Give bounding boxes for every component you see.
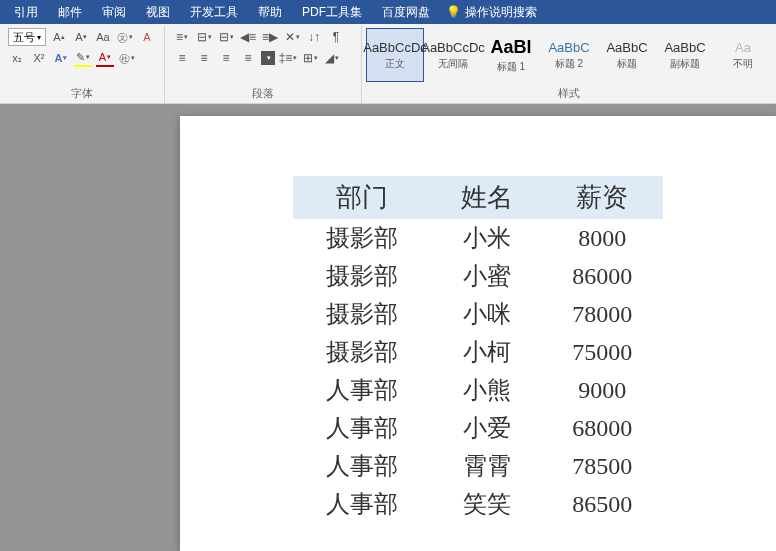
table-cell[interactable]: 68000 <box>542 409 663 447</box>
table-header-cell[interactable]: 薪资 <box>542 176 663 219</box>
style-preview: AaBbCcDc <box>363 40 427 55</box>
align-center-icon[interactable]: ≡ <box>195 49 213 67</box>
table-cell[interactable]: 摄影部 <box>293 333 432 371</box>
table-header-cell[interactable]: 姓名 <box>432 176 542 219</box>
table-cell[interactable]: 摄影部 <box>293 295 432 333</box>
table-cell[interactable]: 86500 <box>542 485 663 523</box>
subscript-icon[interactable]: X² <box>30 49 48 67</box>
shrink-font-icon[interactable]: A▾ <box>72 28 90 46</box>
style-preview: AaBbCcDc <box>421 40 485 55</box>
fill-icon[interactable]: ◢ <box>323 49 341 67</box>
asian-layout-icon[interactable]: ✕ <box>283 28 301 46</box>
table-cell[interactable]: 人事部 <box>293 409 432 447</box>
phonetic-guide-icon[interactable]: ㉆ <box>116 28 134 46</box>
grow-font-icon[interactable]: A▴ <box>50 28 68 46</box>
styles-gallery: AaBbCcDc正文AaBbCcDc无间隔AaBl标题 1AaBbC标题 2Aa… <box>366 28 772 82</box>
table-row[interactable]: 人事部小爱68000 <box>293 409 663 447</box>
shading-icon[interactable] <box>261 51 275 65</box>
style-name-label: 正文 <box>385 57 405 71</box>
table-row[interactable]: 人事部霄霄78500 <box>293 447 663 485</box>
table-cell[interactable]: 78000 <box>542 295 663 333</box>
styles-group-label: 样式 <box>366 84 772 101</box>
style-preview: Aa <box>735 40 751 55</box>
table-cell[interactable]: 小熊 <box>432 371 542 409</box>
style-item-6[interactable]: Aa不明 <box>714 28 772 82</box>
sort-icon[interactable]: ↓↑ <box>305 28 323 46</box>
menu-item-3[interactable]: 视图 <box>136 0 180 25</box>
style-name-label: 不明 <box>733 57 753 71</box>
menu-bar: 引用邮件审阅视图开发工具帮助PDF工具集百度网盘 💡 操作说明搜索 <box>0 0 776 24</box>
table-cell[interactable]: 小爱 <box>432 409 542 447</box>
table-row[interactable]: 人事部小熊9000 <box>293 371 663 409</box>
style-item-1[interactable]: AaBbCcDc无间隔 <box>424 28 482 82</box>
table-cell[interactable]: 笑笑 <box>432 485 542 523</box>
style-item-4[interactable]: AaBbC标题 <box>598 28 656 82</box>
style-name-label: 副标题 <box>670 57 700 71</box>
menu-item-5[interactable]: 帮助 <box>248 0 292 25</box>
highlight-icon[interactable]: ✎ <box>74 49 92 67</box>
table-row[interactable]: 摄影部小蜜86000 <box>293 257 663 295</box>
change-case-icon[interactable]: Aa <box>94 28 112 46</box>
align-left-icon[interactable]: ≡ <box>173 49 191 67</box>
table-row[interactable]: 人事部笑笑86500 <box>293 485 663 523</box>
font-group-label: 字体 <box>8 84 156 101</box>
multilevel-icon[interactable]: ⊟ <box>217 28 235 46</box>
decrease-indent-icon[interactable]: ◀≡ <box>239 28 257 46</box>
style-item-2[interactable]: AaBl标题 1 <box>482 28 540 82</box>
table-cell[interactable]: 小蜜 <box>432 257 542 295</box>
clear-format-icon[interactable]: A <box>138 28 156 46</box>
style-item-0[interactable]: AaBbCcDc正文 <box>366 28 424 82</box>
style-preview: AaBbC <box>606 40 647 55</box>
table-cell[interactable]: 摄影部 <box>293 219 432 257</box>
table-cell[interactable]: 霄霄 <box>432 447 542 485</box>
table-cell[interactable]: 75000 <box>542 333 663 371</box>
table-row[interactable]: 摄影部小米8000 <box>293 219 663 257</box>
table-cell[interactable]: 8000 <box>542 219 663 257</box>
line-spacing-icon[interactable]: ‡≡ <box>279 49 297 67</box>
table-header-cell[interactable]: 部门 <box>293 176 432 219</box>
style-preview: AaBbC <box>664 40 705 55</box>
table-cell[interactable]: 78500 <box>542 447 663 485</box>
document-page[interactable]: 部门姓名薪资 摄影部小米8000摄影部小蜜86000摄影部小咪78000摄影部小… <box>180 116 776 551</box>
table-row[interactable]: 摄影部小柯75000 <box>293 333 663 371</box>
menu-item-2[interactable]: 审阅 <box>92 0 136 25</box>
table-cell[interactable]: 9000 <box>542 371 663 409</box>
table-cell[interactable]: 小米 <box>432 219 542 257</box>
style-item-3[interactable]: AaBbC标题 2 <box>540 28 598 82</box>
numbering-icon[interactable]: ⊟ <box>195 28 213 46</box>
superscript-icon[interactable]: x₂ <box>8 49 26 67</box>
style-name-label: 标题 1 <box>497 60 525 74</box>
align-right-icon[interactable]: ≡ <box>217 49 235 67</box>
menu-item-6[interactable]: PDF工具集 <box>292 0 372 25</box>
table-cell[interactable]: 人事部 <box>293 447 432 485</box>
font-color-icon[interactable]: A <box>96 49 114 67</box>
table-cell[interactable]: 86000 <box>542 257 663 295</box>
table-cell[interactable]: 人事部 <box>293 485 432 523</box>
show-marks-icon[interactable]: ¶ <box>327 28 345 46</box>
borders-icon[interactable]: ⊞ <box>301 49 319 67</box>
table-header-row: 部门姓名薪资 <box>293 176 663 219</box>
ribbon-group-styles: AaBbCcDc正文AaBbCcDc无间隔AaBl标题 1AaBbC标题 2Aa… <box>362 26 776 103</box>
menu-item-1[interactable]: 邮件 <box>48 0 92 25</box>
table-cell[interactable]: 摄影部 <box>293 257 432 295</box>
align-justify-icon[interactable]: ≡ <box>239 49 257 67</box>
style-item-5[interactable]: AaBbC副标题 <box>656 28 714 82</box>
tell-me-search[interactable]: 💡 操作说明搜索 <box>446 4 537 21</box>
style-preview: AaBl <box>490 37 531 58</box>
data-table[interactable]: 部门姓名薪资 摄影部小米8000摄影部小蜜86000摄影部小咪78000摄影部小… <box>293 176 663 523</box>
text-effects-icon[interactable]: A <box>52 49 70 67</box>
menu-item-4[interactable]: 开发工具 <box>180 0 248 25</box>
increase-indent-icon[interactable]: ≡▶ <box>261 28 279 46</box>
bullets-icon[interactable]: ≡ <box>173 28 191 46</box>
style-name-label: 标题 2 <box>555 57 583 71</box>
font-size-select[interactable]: 五号 <box>8 28 46 46</box>
ribbon-group-font: 五号 A▴ A▾ Aa ㉆ A x₂ X² A ✎ A ㊓ 字体 <box>0 26 165 103</box>
style-preview: AaBbC <box>548 40 589 55</box>
table-cell[interactable]: 小咪 <box>432 295 542 333</box>
enclose-char-icon[interactable]: ㊓ <box>118 49 136 67</box>
table-cell[interactable]: 人事部 <box>293 371 432 409</box>
table-cell[interactable]: 小柯 <box>432 333 542 371</box>
menu-item-7[interactable]: 百度网盘 <box>372 0 440 25</box>
table-row[interactable]: 摄影部小咪78000 <box>293 295 663 333</box>
menu-item-0[interactable]: 引用 <box>4 0 48 25</box>
